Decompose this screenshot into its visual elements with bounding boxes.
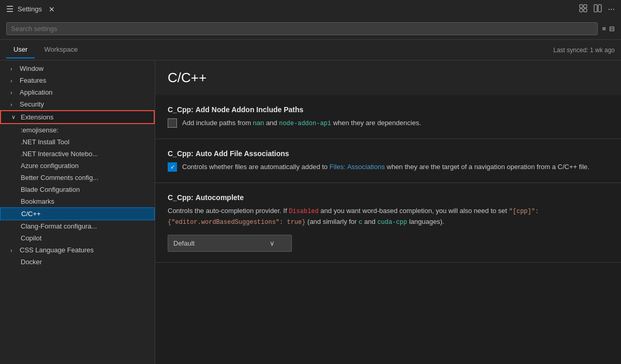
sidebar-item-docker[interactable]: Docker bbox=[0, 256, 155, 268]
chevron-right-icon: › bbox=[10, 101, 17, 108]
setting-title-bold: Add Node Addon Include Paths bbox=[196, 105, 304, 114]
setting-body-add-node-addon: Add include paths from nan and node-addo… bbox=[168, 118, 609, 128]
sidebar-item-label: :emojisense: bbox=[21, 126, 58, 134]
link-nan[interactable]: nan bbox=[253, 119, 264, 127]
titlebar-left: ☰ Settings ✕ bbox=[6, 4, 57, 14]
setting-description: Controls whether files are automatically… bbox=[182, 162, 589, 172]
link-cuda-cpp[interactable]: cuda-cpp bbox=[377, 219, 407, 226]
sidebar-item-label: Copilot bbox=[21, 234, 41, 242]
sync-status: Last synced: 1 wk ago bbox=[553, 47, 615, 54]
setting-body-autocomplete: Controls the auto-completion provider. I… bbox=[168, 206, 609, 252]
sidebar-item-css-language[interactable]: › CSS Language Features bbox=[0, 244, 155, 256]
chevron-right-icon: › bbox=[10, 89, 17, 96]
sidebar-item-label: Bookmarks bbox=[21, 198, 54, 205]
sidebar-item-copilot[interactable]: Copilot bbox=[0, 232, 155, 244]
sidebar-item-label: Security bbox=[20, 100, 44, 108]
tab-workspace[interactable]: Workspace bbox=[37, 41, 85, 58]
dropdown-wrap: Default ∨ bbox=[168, 235, 292, 252]
sidebar-item-label: Extensions bbox=[21, 113, 54, 121]
chevron-right-icon: › bbox=[10, 78, 17, 84]
menu-icon[interactable]: ☰ bbox=[6, 4, 13, 14]
setting-title-prefix: C_Cpp: bbox=[168, 105, 196, 114]
chevron-right-icon: › bbox=[10, 247, 17, 253]
titlebar: ☰ Settings ✕ ··· bbox=[0, 0, 621, 18]
settings-title: Settings bbox=[18, 5, 42, 13]
sidebar-item-clang-format[interactable]: Clang-Format configura... bbox=[0, 220, 155, 232]
code-disabled: Disabled bbox=[289, 208, 319, 215]
sidebar-item-label: Better Comments config... bbox=[21, 174, 98, 181]
content-area: C/C++ C_Cpp: Add Node Addon Include Path… bbox=[155, 60, 621, 364]
checkbox-add-node-addon[interactable] bbox=[168, 118, 177, 128]
sidebar: › Window › Features › Application › Secu… bbox=[0, 60, 155, 364]
sidebar-item-extensions[interactable]: ∨ Extensions bbox=[0, 110, 155, 124]
sidebar-item-label: CSS Language Features bbox=[20, 246, 94, 254]
setting-title-prefix: C_Cpp: bbox=[168, 193, 196, 202]
chevron-right-icon: › bbox=[10, 66, 17, 72]
code-snippet: "[cpp]": {"editor.wordBasedSuggestions":… bbox=[168, 208, 539, 226]
sidebar-item-emojisense[interactable]: :emojisense: bbox=[0, 124, 155, 136]
sidebar-item-net-install[interactable]: .NET Install Tool bbox=[0, 136, 155, 148]
setting-title-add-node-addon: C_Cpp: Add Node Addon Include Paths bbox=[168, 105, 609, 114]
svg-rect-5 bbox=[598, 5, 601, 12]
more-actions-icon[interactable]: ··· bbox=[608, 5, 615, 14]
search-icons: ≡ ⊟ bbox=[602, 25, 615, 33]
section-title: C/C++ bbox=[168, 70, 609, 86]
sidebar-item-security[interactable]: › Security bbox=[0, 98, 155, 110]
sidebar-item-label: C/C++ bbox=[21, 210, 41, 218]
chevron-down-icon: ∨ bbox=[11, 114, 18, 120]
main-layout: › Window › Features › Application › Secu… bbox=[0, 60, 621, 364]
setting-title-bold: Autocomplete bbox=[196, 193, 244, 202]
link-c[interactable]: c bbox=[359, 219, 362, 226]
sidebar-item-label: .NET Install Tool bbox=[21, 138, 69, 146]
setting-title-bold: Auto Add File Associations bbox=[196, 149, 289, 158]
content-header: C/C++ bbox=[155, 60, 621, 95]
sidebar-item-label: Clang-Format configura... bbox=[21, 222, 97, 230]
sidebar-item-application[interactable]: › Application bbox=[0, 86, 155, 98]
dropdown-arrow-icon: ∨ bbox=[270, 238, 275, 249]
checkbox-auto-add-file[interactable] bbox=[168, 162, 177, 172]
svg-rect-2 bbox=[580, 9, 583, 12]
svg-rect-1 bbox=[584, 5, 587, 8]
close-button[interactable]: ✕ bbox=[46, 4, 57, 14]
setting-description: Add include paths from nan and node-addo… bbox=[182, 118, 421, 128]
sidebar-item-blade-config[interactable]: Blade Configuration bbox=[0, 184, 155, 195]
sidebar-item-label: Application bbox=[20, 88, 53, 96]
setting-title-autocomplete: C_Cpp: Autocomplete bbox=[168, 193, 609, 202]
sidebar-item-label: Features bbox=[20, 77, 46, 84]
sidebar-item-label: Blade Configuration bbox=[21, 186, 80, 193]
searchbar: ≡ ⊟ bbox=[0, 18, 621, 40]
tabs-row: User Workspace Last synced: 1 wk ago bbox=[0, 40, 621, 60]
sidebar-item-cpp[interactable]: C/C++ bbox=[0, 207, 155, 220]
link-files-associations[interactable]: Files: Associations bbox=[330, 163, 385, 171]
list-icon[interactable]: ≡ bbox=[602, 25, 606, 33]
setting-autocomplete: C_Cpp: Autocomplete Controls the auto-co… bbox=[155, 183, 621, 263]
sidebar-item-label: Window bbox=[20, 65, 43, 72]
setting-body-auto-add-file: Controls whether files are automatically… bbox=[168, 162, 609, 172]
sidebar-item-label: Docker bbox=[21, 258, 42, 266]
open-settings-icon[interactable] bbox=[579, 4, 587, 14]
setting-add-node-addon: C_Cpp: Add Node Addon Include Paths Add … bbox=[155, 95, 621, 139]
search-input-wrap[interactable] bbox=[6, 22, 598, 35]
filter-icon[interactable]: ⊟ bbox=[609, 25, 615, 33]
sidebar-item-features[interactable]: › Features bbox=[0, 74, 155, 86]
link-node-addon-api[interactable]: node-addon-api bbox=[279, 120, 331, 127]
sidebar-item-label: Azure configuration bbox=[21, 162, 79, 170]
sidebar-item-label: .NET Interactive Notebo... bbox=[21, 150, 98, 158]
titlebar-right: ··· bbox=[579, 4, 615, 14]
sidebar-item-net-interactive[interactable]: .NET Interactive Notebo... bbox=[0, 148, 155, 160]
dropdown-value: Default bbox=[173, 238, 195, 249]
sidebar-item-better-comments[interactable]: Better Comments config... bbox=[0, 172, 155, 184]
svg-rect-0 bbox=[580, 5, 583, 8]
tabs-left: User Workspace bbox=[6, 41, 85, 58]
setting-auto-add-file: C_Cpp: Auto Add File Associations Contro… bbox=[155, 139, 621, 183]
sidebar-item-azure-config[interactable]: Azure configuration bbox=[0, 160, 155, 172]
search-input[interactable] bbox=[11, 25, 593, 33]
sidebar-item-bookmarks[interactable]: Bookmarks bbox=[0, 195, 155, 207]
setting-title-prefix: C_Cpp: bbox=[168, 149, 196, 158]
setting-description: Controls the auto-completion provider. I… bbox=[168, 206, 609, 228]
svg-rect-3 bbox=[584, 9, 587, 12]
tab-user[interactable]: User bbox=[6, 41, 35, 58]
split-editor-icon[interactable] bbox=[594, 4, 602, 14]
autocomplete-dropdown[interactable]: Default ∨ bbox=[168, 235, 292, 252]
sidebar-item-window[interactable]: › Window bbox=[0, 63, 155, 74]
